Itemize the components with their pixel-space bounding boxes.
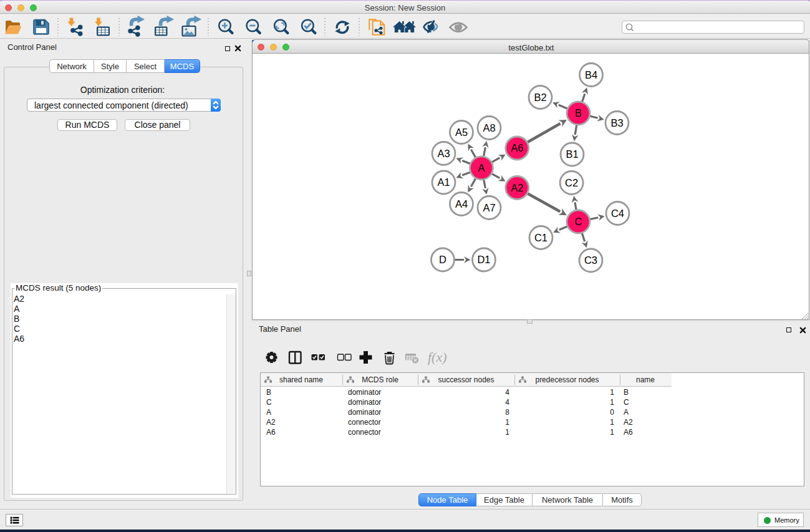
- svg-text:B2: B2: [534, 92, 546, 103]
- svg-text:C3: C3: [584, 254, 597, 266]
- svg-text:A: A: [478, 162, 485, 173]
- svg-text:C2: C2: [565, 177, 578, 188]
- svg-text:A4: A4: [455, 198, 468, 210]
- svg-text:B: B: [575, 107, 582, 118]
- svg-text:A7: A7: [483, 202, 495, 213]
- svg-text:A2: A2: [511, 182, 523, 193]
- svg-text:B4: B4: [585, 69, 597, 80]
- svg-text:A8: A8: [483, 122, 495, 133]
- svg-text:B1: B1: [566, 148, 578, 160]
- svg-text:D1: D1: [477, 254, 490, 265]
- svg-text:C4: C4: [611, 208, 624, 219]
- svg-text:C1: C1: [534, 232, 547, 243]
- svg-text:A3: A3: [437, 148, 450, 159]
- svg-text:D: D: [439, 254, 446, 265]
- svg-text:B3: B3: [610, 117, 623, 128]
- svg-text:A5: A5: [455, 127, 468, 138]
- svg-text:C: C: [574, 216, 582, 227]
- svg-text:f(x): f(x): [428, 349, 447, 365]
- svg-text:A1: A1: [437, 177, 450, 188]
- svg-text:A6: A6: [511, 142, 523, 153]
